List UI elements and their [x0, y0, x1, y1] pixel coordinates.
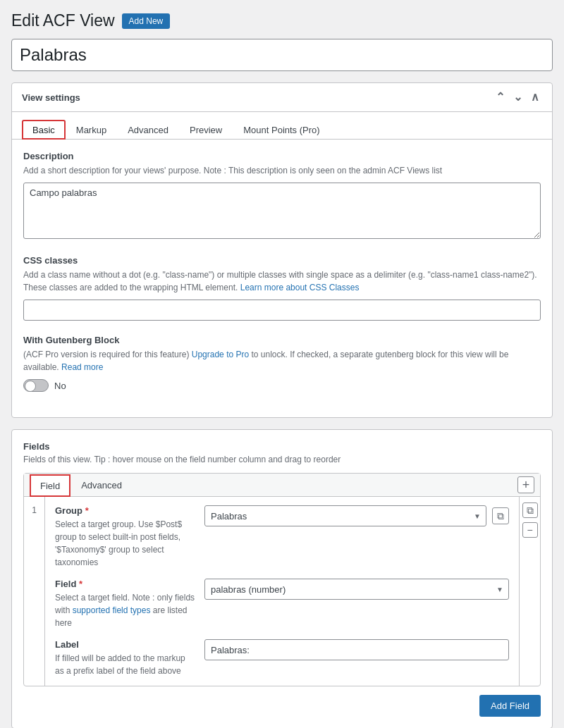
css-classes-link[interactable]: Learn more about CSS Classes	[240, 283, 360, 292]
label-sub-row: Label If filled will be added to the mar…	[55, 639, 509, 677]
view-settings-panel: View settings ⌃ ⌄ ∧ Basic Markup Advance…	[11, 82, 553, 418]
group-select-wrapper: Palabras ▼	[204, 505, 486, 526]
css-classes-group: CSS classes Add a class name without a d…	[23, 255, 541, 321]
panel-header-actions: ⌃ ⌄ ∧	[493, 90, 542, 104]
gutenberg-hint: (ACF Pro version is required for this fe…	[23, 348, 541, 374]
view-settings-tabs: Basic Markup Advanced Preview Mount Poin…	[12, 112, 552, 140]
gutenberg-toggle[interactable]	[23, 379, 49, 392]
inner-tab-field[interactable]: Field	[30, 474, 70, 497]
tab-mount-points[interactable]: Mount Points (Pro)	[233, 120, 330, 140]
group-required: *	[85, 505, 89, 516]
label-label: Label	[55, 639, 196, 650]
gutenberg-toggle-row: No	[23, 379, 541, 392]
upgrade-pro-link[interactable]: Upgrade to Pro	[192, 350, 249, 359]
field-sub-row: Field * Select a target field. Note : on…	[55, 579, 509, 629]
row-actions: ⧉ −	[519, 497, 540, 686]
inner-tab-advanced[interactable]: Advanced	[70, 474, 133, 496]
group-select-col: Palabras ▼ ⧉	[204, 505, 509, 526]
field-description: Select a target field. Note : only field…	[55, 591, 196, 629]
gutenberg-group: With Gutenberg Block (ACF Pro version is…	[23, 335, 541, 392]
field-select-wrapper: palabras (number) ▼	[204, 579, 509, 600]
remove-row-button[interactable]: −	[522, 522, 538, 538]
collapse-up-icon[interactable]: ⌃	[493, 90, 508, 104]
field-content: Group * Select a target group. Use $Post…	[45, 497, 519, 686]
tab-basic[interactable]: Basic	[22, 120, 66, 140]
row-number[interactable]: 1	[24, 497, 45, 686]
page-header: Edit ACF View Add New	[11, 11, 553, 30]
tab-markup[interactable]: Markup	[66, 120, 117, 140]
panel-header: View settings ⌃ ⌄ ∧	[12, 83, 552, 112]
group-label-col: Group * Select a target group. Use $Post…	[55, 505, 196, 569]
table-row: 1 Group * Select a target group. Use $Po…	[24, 497, 540, 686]
tab-preview[interactable]: Preview	[179, 120, 233, 140]
group-select-row: Palabras ▼ ⧉	[204, 505, 509, 526]
fields-panel-content: Fields Fields of this view. Tip : hover …	[12, 430, 552, 728]
fields-panel: Fields Fields of this view. Tip : hover …	[11, 429, 553, 728]
add-new-button[interactable]: Add New	[122, 13, 171, 29]
description-label: Description	[23, 151, 541, 161]
gutenberg-desc-text1: (ACF Pro version is required for this fe…	[23, 350, 192, 359]
group-description: Select a target group. Use $Post$ group …	[55, 518, 196, 569]
description-input[interactable]: Campo palabras	[23, 183, 541, 239]
label-description: If filled will be added to the markup as…	[55, 652, 196, 677]
field-label: Field *	[55, 579, 196, 589]
group-label: Group *	[55, 505, 196, 516]
css-classes-label: CSS classes	[23, 255, 541, 266]
field-select-col: palabras (number) ▼	[204, 579, 509, 600]
label-input-col	[204, 639, 509, 660]
gutenberg-label: With Gutenberg Block	[23, 335, 541, 345]
toggle-label: No	[54, 381, 66, 391]
css-classes-input[interactable]	[23, 300, 541, 321]
fields-desc: Fields of this view. Tip : hover mouse o…	[23, 455, 541, 464]
field-select[interactable]: palabras (number)	[204, 579, 509, 600]
label-label-col: Label If filled will be added to the mar…	[55, 639, 196, 677]
field-required: *	[79, 579, 82, 589]
description-hint: Add a short description for your views' …	[23, 164, 541, 177]
label-input[interactable]	[204, 639, 509, 660]
panel-title: View settings	[22, 92, 80, 103]
tab-advanced[interactable]: Advanced	[117, 120, 179, 140]
field-table: Field Advanced + 1 Group *	[23, 473, 541, 686]
collapse-toggle-icon[interactable]: ∧	[528, 90, 542, 104]
panel-content: Description Add a short description for …	[12, 140, 552, 417]
fields-label: Fields	[23, 441, 541, 452]
duplicate-row-button[interactable]: ⧉	[522, 502, 538, 518]
add-field-row: Add Field	[23, 695, 541, 717]
page-title: Edit ACF View	[11, 11, 115, 30]
add-field-button[interactable]: Add Field	[479, 695, 541, 717]
supported-field-types-link[interactable]: supported field types	[73, 605, 151, 615]
add-row-button[interactable]: +	[517, 476, 534, 493]
title-input[interactable]	[11, 39, 553, 71]
collapse-down-icon[interactable]: ⌄	[510, 90, 525, 104]
copy-group-button[interactable]: ⧉	[492, 507, 509, 524]
inner-tabs-row: Field Advanced +	[24, 474, 540, 497]
field-label-col: Field * Select a target field. Note : on…	[55, 579, 196, 629]
css-classes-hint: Add a class name without a dot (e.g. "cl…	[23, 269, 541, 294]
group-sub-row: Group * Select a target group. Use $Post…	[55, 505, 509, 569]
description-group: Description Add a short description for …	[23, 151, 541, 241]
group-select[interactable]: Palabras	[204, 505, 486, 526]
inner-tabs: Field Advanced	[30, 474, 133, 496]
read-more-link[interactable]: Read more	[61, 362, 103, 372]
